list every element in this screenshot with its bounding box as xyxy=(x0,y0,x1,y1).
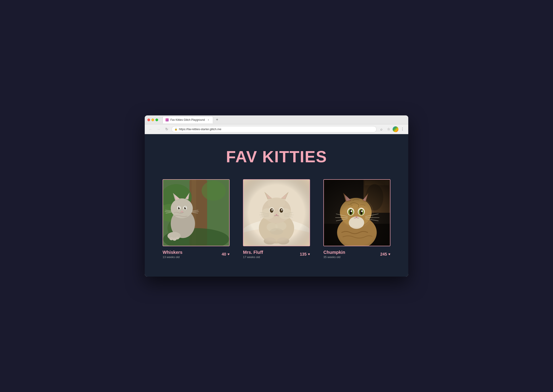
menu-icon[interactable]: ⋮ xyxy=(399,126,406,132)
cat-name-chumpkin: Chumpkin xyxy=(323,250,345,255)
bookmark-icon[interactable]: ☆ xyxy=(385,126,392,132)
cat-info-whiskers: Whiskers 13 weeks old 40 ♥ xyxy=(163,250,230,259)
new-tab-button[interactable]: + xyxy=(214,117,220,123)
address-bar: ← → ↻ 🔒 https://fav-kitties-starter.glit… xyxy=(145,124,408,134)
tab-area: Fav Kitties Glitch Playground × + xyxy=(163,116,406,123)
vote-count-mrs-fluff: 135 xyxy=(300,252,306,257)
tab-close-button[interactable]: × xyxy=(207,118,210,122)
page-content: FAV KITTIES xyxy=(145,134,408,277)
refresh-button[interactable]: ↻ xyxy=(163,126,170,132)
cat-card-whiskers: Whiskers 13 weeks old 40 ♥ xyxy=(163,179,230,259)
search-icon[interactable]: ⌕ xyxy=(378,126,385,132)
svg-rect-31 xyxy=(163,180,229,246)
heart-icon-mrs-fluff: ♥ xyxy=(308,252,310,256)
tab-title: Fav Kitties Glitch Playground xyxy=(170,118,205,121)
url-text: https://fav-kitties-starter.glitch.me xyxy=(179,127,221,131)
cat-age-chumpkin: 35 weeks old xyxy=(323,255,345,259)
cat-image-whiskers xyxy=(163,179,230,246)
cat-votes-whiskers[interactable]: 40 ♥ xyxy=(221,252,230,257)
traffic-lights xyxy=(147,119,158,121)
svg-rect-62 xyxy=(243,180,310,246)
cat-age-whiskers: 13 weeks old xyxy=(163,255,183,259)
tab-favicon xyxy=(165,118,169,121)
cat-name-age-whiskers: Whiskers 13 weeks old xyxy=(163,250,183,259)
lock-icon: 🔒 xyxy=(174,128,177,131)
cat-votes-mrs-fluff[interactable]: 135 ♥ xyxy=(300,252,310,257)
maximize-window-button[interactable] xyxy=(156,119,158,121)
cat-name-age-mrs-fluff: Mrs. Fluff 17 weeks old xyxy=(243,250,263,259)
cat-name-age-chumpkin: Chumpkin 35 weeks old xyxy=(323,250,345,259)
url-box[interactable]: 🔒 https://fav-kitties-starter.glitch.me xyxy=(171,126,376,132)
browser-window: Fav Kitties Glitch Playground × + ← → ↻ … xyxy=(145,115,408,277)
heart-icon-whiskers: ♥ xyxy=(227,252,230,256)
active-tab[interactable]: Fav Kitties Glitch Playground × xyxy=(163,116,213,123)
cat-info-chumpkin: Chumpkin 35 weeks old 245 ♥ xyxy=(323,250,390,259)
svg-rect-91 xyxy=(324,180,390,246)
cat-age-mrs-fluff: 17 weeks old xyxy=(243,255,263,259)
cat1-svg xyxy=(163,180,229,246)
forward-button[interactable]: → xyxy=(156,126,162,132)
close-window-button[interactable] xyxy=(147,119,150,121)
minimize-window-button[interactable] xyxy=(151,119,154,121)
vote-count-chumpkin: 245 xyxy=(380,252,387,257)
cat-card-mrs-fluff: Mrs. Fluff 17 weeks old 135 ♥ xyxy=(243,179,310,259)
vote-count-whiskers: 40 xyxy=(221,252,226,257)
title-bar: Fav Kitties Glitch Playground × + xyxy=(145,115,408,124)
cat-name-mrs-fluff: Mrs. Fluff xyxy=(243,250,263,255)
mac-window: Fav Kitties Glitch Playground × + ← → ↻ … xyxy=(145,115,408,277)
cat-card-chumpkin: Chumpkin 35 weeks old 245 ♥ xyxy=(323,179,390,259)
cat-info-mrs-fluff: Mrs. Fluff 17 weeks old 135 ♥ xyxy=(243,250,310,259)
profile-avatar[interactable] xyxy=(393,126,398,132)
back-button[interactable]: ← xyxy=(147,126,154,132)
cats-grid: Whiskers 13 weeks old 40 ♥ xyxy=(159,179,394,259)
page-heading: FAV KITTIES xyxy=(226,147,327,166)
address-right-icons: ⌕ ☆ ⋮ xyxy=(378,126,406,132)
heart-icon-chumpkin: ♥ xyxy=(388,252,391,256)
cat-image-chumpkin xyxy=(323,179,390,246)
cat-name-whiskers: Whiskers xyxy=(163,250,183,255)
cat-votes-chumpkin[interactable]: 245 ♥ xyxy=(380,252,390,257)
cat3-svg xyxy=(324,180,390,246)
cat-image-mrs-fluff xyxy=(243,179,310,246)
cat2-svg xyxy=(243,180,310,246)
